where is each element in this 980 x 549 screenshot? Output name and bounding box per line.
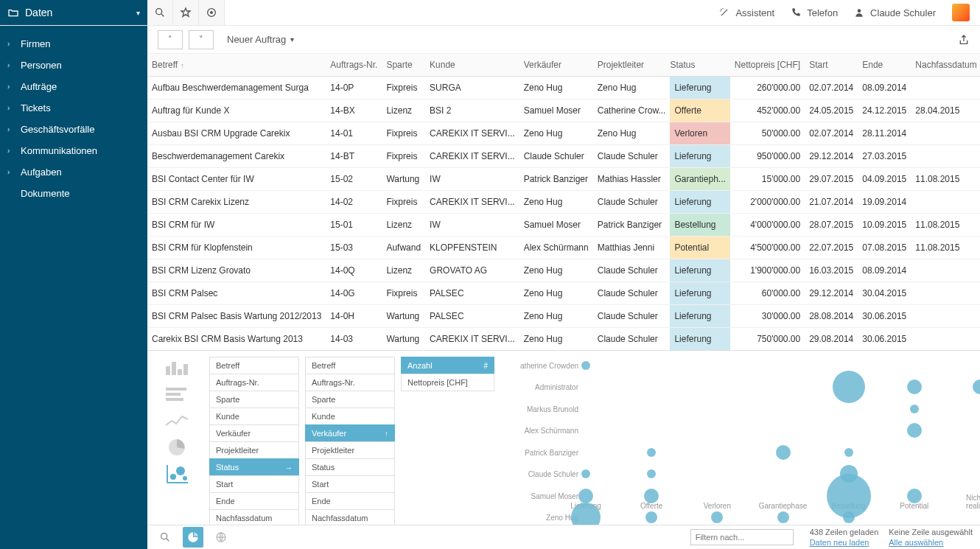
bottom-search-button[interactable] <box>155 527 175 548</box>
field-option[interactable]: Anzahl# <box>401 357 494 374</box>
field-option[interactable]: Verkäufer↑ <box>305 424 395 442</box>
field-option[interactable]: Sparte <box>305 391 395 408</box>
chevron-right-icon: › <box>7 83 15 91</box>
field-option[interactable]: Projektleiter <box>209 441 299 459</box>
table-row[interactable]: Carekix BSI CRM Basis Wartung 201314-03W… <box>147 328 980 351</box>
bubble[interactable] <box>907 489 922 503</box>
col-header[interactable]: Sparte <box>382 54 425 77</box>
field-option[interactable]: Kunde <box>305 408 395 425</box>
bottom-chart-button[interactable] <box>183 527 203 548</box>
field-option[interactable]: Start <box>305 475 395 493</box>
bubble[interactable] <box>907 423 922 438</box>
sidebar-item-tickets[interactable]: ›Tickets <box>0 97 147 119</box>
status-badge: Lieferung <box>670 305 729 327</box>
col-header[interactable]: Nachfassdatum <box>911 54 980 77</box>
bubble[interactable] <box>647 448 656 457</box>
chevron-down-icon: ˅ <box>199 35 203 44</box>
reload-link[interactable]: Daten neu laden <box>810 537 879 548</box>
col-header[interactable]: Nettopreis [CHF] <box>730 54 805 77</box>
bubble[interactable] <box>907 380 922 394</box>
bubble[interactable] <box>776 445 791 460</box>
field-option[interactable]: Start <box>209 475 299 493</box>
bubble[interactable] <box>581 469 590 478</box>
bubble[interactable] <box>910 405 919 413</box>
field-option[interactable]: Sparte <box>209 391 299 408</box>
col-header[interactable]: Verkäufer <box>519 54 593 77</box>
datasource-select[interactable]: Daten ▾ <box>0 0 147 25</box>
col-header[interactable]: Status <box>670 54 729 77</box>
field-option[interactable]: Projektleiter <box>305 441 395 459</box>
bubble[interactable] <box>647 469 656 478</box>
sidebar-item-geschäftsvorfälle[interactable]: ›Geschäftsvorfälle <box>0 119 147 140</box>
list-chart-icon[interactable] <box>161 383 193 405</box>
person-icon <box>854 7 864 18</box>
table-row[interactable]: BSI CRM Palsec14-0GFixpreisPALSECZeno Hu… <box>147 282 980 305</box>
sidebar-item-dokumente[interactable]: Dokumente <box>0 183 147 204</box>
favorite-button[interactable] <box>173 0 199 25</box>
bubble[interactable] <box>844 448 853 457</box>
svg-point-15 <box>170 474 176 480</box>
field-option[interactable]: Auftrags-Nr. <box>209 374 299 391</box>
field-option[interactable]: Kunde <box>209 408 299 425</box>
field-option[interactable]: Status <box>305 458 395 476</box>
assistant-link[interactable]: Assistent <box>719 7 774 18</box>
col-header[interactable]: Betreff↑ <box>147 54 326 77</box>
col-header[interactable]: Start <box>805 54 858 77</box>
field-option[interactable]: Nachfassdatum <box>305 509 395 525</box>
field-option[interactable]: Betreff <box>209 357 299 374</box>
bubble[interactable] <box>833 371 865 403</box>
field-option[interactable]: Betreff <box>305 357 395 374</box>
col-header[interactable]: Kunde <box>425 54 519 77</box>
filter-input[interactable] <box>690 529 794 545</box>
bar-chart-icon[interactable] <box>161 357 193 379</box>
bubble[interactable] <box>843 511 855 523</box>
sidebar-item-personen[interactable]: ›Personen <box>0 55 147 76</box>
table-row[interactable]: BSI Contact Center für IW15-02WartungIWP… <box>147 168 980 191</box>
field-option[interactable]: Ende <box>305 492 395 510</box>
table-row[interactable]: Beschwerdemanagement Carekix14-BTFixprei… <box>147 145 980 168</box>
share-button[interactable] <box>958 34 970 46</box>
chart-x-label: Garantiephase <box>759 502 808 510</box>
col-header[interactable]: Ende <box>858 54 911 77</box>
bottom-globe-button[interactable] <box>211 527 231 548</box>
bubble[interactable] <box>578 489 593 503</box>
table-row[interactable]: BSI CRM Palsec Basis Wartung 2012/201314… <box>147 305 980 328</box>
sidebar-item-aufträge[interactable]: ›Aufträge <box>0 76 147 97</box>
prev-button[interactable]: ˄ <box>158 30 183 49</box>
bubble-chart-icon[interactable] <box>161 463 193 485</box>
avatar[interactable] <box>952 4 970 21</box>
table-row[interactable]: BSI CRM Carekix Lizenz14-02FixpreisCAREK… <box>147 191 980 214</box>
bubble[interactable] <box>973 380 980 394</box>
table-row[interactable]: Auftrag für Kunde X14-BXLizenzBSI 2Samue… <box>147 99 980 122</box>
table-row[interactable]: BSI CRM für IW15-01LizenzIWSamuel MoserP… <box>147 214 980 237</box>
search-button[interactable] <box>147 0 173 25</box>
table-row[interactable]: BSI CRM Lizenz Grovato14-0QLizenzGROVATO… <box>147 259 980 282</box>
table-row[interactable]: Ausbau BSI CRM Upgrade Carekix14-01Fixpr… <box>147 122 980 145</box>
field-option[interactable]: Ende <box>209 492 299 510</box>
field-option[interactable]: Auftrags-Nr. <box>305 374 395 391</box>
select-all-link[interactable]: Alle auswählen <box>889 537 973 548</box>
table-row[interactable]: BSI CRM für Klopfenstein15-03AufwandKLOP… <box>147 237 980 259</box>
sidebar-item-firmen[interactable]: ›Firmen <box>0 33 147 55</box>
field-option[interactable]: Nachfassdatum <box>209 509 299 525</box>
sidebar-item-aufgaben[interactable]: ›Aufgaben <box>0 161 147 183</box>
target-button[interactable] <box>199 0 225 25</box>
col-header[interactable]: Projektleiter <box>593 54 671 77</box>
bubble[interactable] <box>777 511 789 523</box>
new-order-button[interactable]: Neuer Auftrag ▾ <box>227 34 294 45</box>
sidebar-item-kommunikationen[interactable]: ›Kommunikationen <box>0 140 147 161</box>
table-row[interactable]: Aufbau Beschwerdemanagement Surga14-0PFi… <box>147 77 980 99</box>
field-option[interactable]: Status→ <box>209 458 299 476</box>
next-button[interactable]: ˅ <box>189 30 214 49</box>
user-menu[interactable]: Claude Schuler <box>854 7 936 18</box>
field-option[interactable]: Nettopreis [CHF] <box>401 374 494 391</box>
line-chart-icon[interactable] <box>161 410 193 432</box>
bubble[interactable] <box>581 361 590 370</box>
telefon-link[interactable]: Telefon <box>791 7 838 18</box>
bubble[interactable] <box>711 511 723 523</box>
bubble[interactable] <box>645 511 657 523</box>
col-header[interactable]: Auftrags-Nr. <box>326 54 382 77</box>
bubble[interactable] <box>644 489 659 503</box>
field-option[interactable]: Verkäufer <box>209 424 299 442</box>
pie-chart-icon[interactable] <box>161 436 193 458</box>
